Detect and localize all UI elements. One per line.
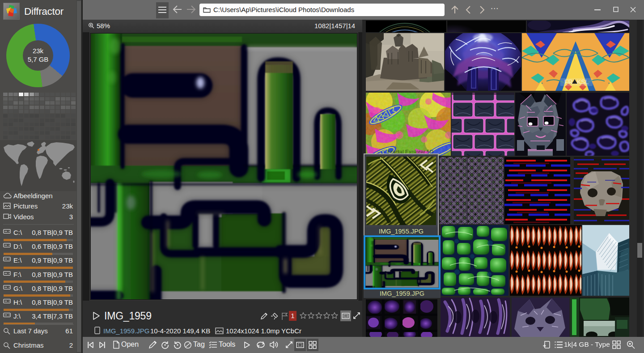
svg-text:FRAKSL: FRAKSL: [564, 78, 589, 85]
